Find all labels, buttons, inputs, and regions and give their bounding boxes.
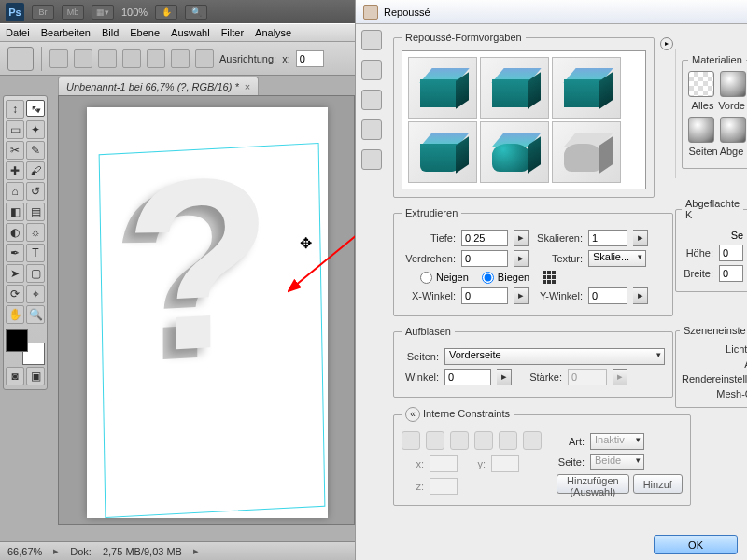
material-sides[interactable] — [688, 117, 714, 143]
dialog-titlebar[interactable]: Repoussé — [356, 0, 747, 24]
preset-6[interactable] — [552, 121, 621, 183]
document-tab[interactable]: Unbenannt-1 bei 66,7% (?, RGB/16) * × — [58, 77, 259, 95]
constraint-icon-4[interactable] — [474, 431, 493, 450]
verdrehen-input[interactable] — [461, 250, 508, 267]
history-brush-icon[interactable]: ↺ — [26, 182, 45, 201]
biegen-radio[interactable]: Biegen — [482, 272, 529, 284]
dodge-tool-icon[interactable]: ☼ — [26, 223, 45, 242]
ywinkel-input[interactable] — [588, 287, 627, 304]
add-button[interactable]: Hinzuf — [633, 474, 683, 494]
winkel-spinner[interactable]: ▸ — [497, 369, 512, 385]
skalieren-spinner[interactable]: ▸ — [633, 230, 648, 246]
zoom-tool2-icon[interactable]: 🔍 — [26, 305, 45, 324]
opt-btn-4[interactable] — [122, 49, 141, 68]
tab-close-icon[interactable]: × — [245, 81, 250, 92]
xwinkel-spinner[interactable]: ▸ — [514, 287, 529, 304]
opt-btn-2[interactable] — [74, 49, 92, 68]
constraint-icon-3[interactable] — [450, 431, 469, 450]
material-front[interactable] — [720, 71, 746, 97]
brush-tool-icon[interactable]: 🖌 — [26, 161, 45, 180]
hand-tool2-icon[interactable]: ✋ — [6, 305, 24, 324]
verdrehen-spinner[interactable]: ▸ — [514, 250, 529, 267]
seiten-select[interactable]: Vorderseite — [444, 348, 665, 365]
xwinkel-input[interactable] — [461, 287, 508, 304]
document-tab-title: Unbenannt-1 bei 66,7% (?, RGB/16) * — [66, 81, 239, 92]
arrow-tool-icon[interactable]: ↖ — [26, 100, 45, 117]
crop-tool-icon[interactable]: ✂ — [6, 141, 24, 160]
status-expand-icon[interactable]: ▸ — [53, 545, 59, 557]
hoehe-input[interactable] — [719, 245, 743, 261]
ok-button[interactable]: OK — [654, 535, 738, 554]
menu-ebene[interactable]: Ebene — [130, 27, 160, 38]
add-selection-button[interactable]: Hinzufügen (Auswahl) — [557, 474, 629, 494]
opt-btn-6[interactable] — [171, 49, 190, 68]
photoshop-logo-icon: Ps — [6, 3, 24, 21]
current-tool-icon[interactable] — [7, 47, 34, 71]
preset-3[interactable] — [552, 57, 621, 119]
blur-tool-icon[interactable]: ◐ — [6, 223, 24, 242]
bend-grid-icon[interactable] — [543, 271, 556, 284]
material-bevel[interactable] — [720, 117, 746, 143]
move-tool-icon[interactable]: ↕ — [6, 100, 24, 119]
status-menu-icon[interactable]: ▸ — [193, 545, 199, 557]
opt-btn-7[interactable] — [195, 49, 214, 68]
constraint-icon-1[interactable] — [402, 431, 420, 450]
minibridge-button[interactable]: Mb — [62, 5, 84, 20]
opt-x-input[interactable] — [296, 50, 324, 67]
hand-tool-icon[interactable]: ✋ — [155, 5, 177, 20]
textur-select[interactable]: Skalie... — [588, 250, 646, 267]
3d-question-mark-object[interactable]: ? — [124, 158, 273, 371]
camera-tool-icon[interactable]: ⌖ — [26, 285, 45, 303]
eyedropper-tool-icon[interactable]: ✎ — [26, 141, 45, 160]
skalieren-input[interactable] — [588, 230, 627, 246]
menu-filter[interactable]: Filter — [221, 27, 244, 38]
material-all[interactable] — [688, 71, 714, 97]
menu-analyse[interactable]: Analyse — [255, 27, 291, 38]
bridge-button[interactable]: Br — [32, 5, 54, 20]
tiefe-spinner[interactable]: ▸ — [514, 230, 529, 246]
neigen-radio[interactable]: Neigen — [420, 272, 469, 284]
constraint-icon-2[interactable] — [426, 431, 444, 450]
menu-bearbeiten[interactable]: Bearbeiten — [41, 27, 91, 38]
quickmask-icon[interactable]: ◙ — [6, 367, 24, 385]
constraint-icon-5[interactable] — [499, 431, 517, 450]
screenmode-icon[interactable]: ▣ — [26, 367, 45, 385]
menu-bild[interactable]: Bild — [102, 27, 119, 38]
3d-cursor-icon: ✥ — [300, 234, 312, 252]
constraints-toggle-icon[interactable]: « — [405, 407, 420, 422]
presets-fieldset: Repoussé-Formvorgaben ▸ — [393, 32, 655, 198]
opt-btn-3[interactable] — [98, 49, 117, 68]
winkel-input[interactable] — [444, 369, 491, 385]
preset-5[interactable] — [480, 121, 549, 183]
bevel-legend: Abgeflachte K — [682, 198, 743, 220]
gradient-tool-icon[interactable]: ▤ — [26, 203, 45, 221]
view-extras-button[interactable]: ▦▾ — [92, 5, 114, 20]
breite-input[interactable] — [719, 265, 743, 282]
canvas-area[interactable]: ? ✥ — [58, 95, 355, 525]
type-tool-icon[interactable]: T — [26, 244, 45, 262]
ywinkel-spinner[interactable]: ▸ — [633, 287, 648, 304]
preset-2[interactable] — [480, 57, 549, 119]
3d-tool-icon[interactable]: ⟳ — [6, 285, 24, 303]
menu-auswahl[interactable]: Auswahl — [171, 27, 210, 38]
opt-btn-5[interactable] — [147, 49, 165, 68]
pen-tool-icon[interactable]: ✒ — [6, 244, 24, 262]
foreground-swatch[interactable] — [6, 329, 28, 352]
color-swatches[interactable] — [6, 329, 45, 365]
preset-4[interactable] — [408, 121, 477, 183]
opt-btn-1[interactable] — [49, 49, 68, 68]
heal-tool-icon[interactable]: ✚ — [6, 161, 24, 180]
marquee-tool-icon[interactable]: ▭ — [6, 120, 24, 139]
tiefe-input[interactable] — [461, 230, 508, 246]
path-tool-icon[interactable]: ➤ — [6, 264, 24, 283]
ywinkel-label: Y-Winkel: — [534, 290, 583, 301]
menu-datei[interactable]: Datei — [6, 27, 30, 38]
preset-1[interactable] — [408, 57, 477, 119]
eraser-tool-icon[interactable]: ◧ — [6, 203, 24, 221]
constraint-icon-6[interactable] — [523, 431, 542, 450]
wand-tool-icon[interactable]: ✦ — [26, 120, 45, 139]
shape-tool-icon[interactable]: ▢ — [26, 264, 45, 283]
stamp-tool-icon[interactable]: ⌂ — [6, 182, 24, 201]
zoom-tool-icon[interactable]: 🔍 — [185, 5, 207, 20]
presets-flyout-icon[interactable]: ▸ — [660, 37, 673, 50]
